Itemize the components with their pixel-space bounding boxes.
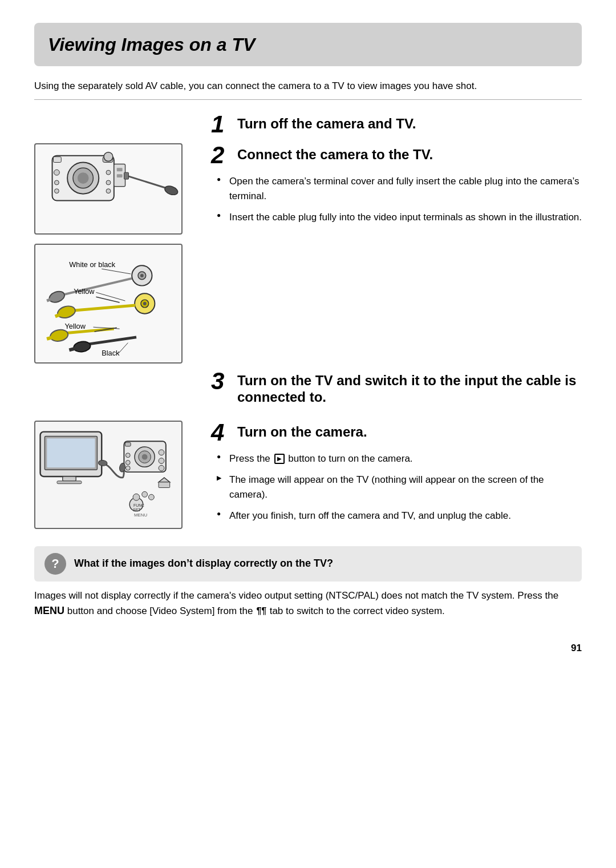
svg-point-17: [106, 180, 111, 185]
svg-rect-7: [117, 175, 123, 178]
svg-rect-6: [117, 168, 123, 172]
step-2-section: White or black Yellow Yellow Black 2 Con…: [34, 143, 582, 364]
step-1-section: 1 Turn off the camera and TV.: [34, 112, 582, 143]
svg-point-62: [159, 450, 164, 455]
step-4-right: 4 Turn on the camera. Press the ▶ button…: [211, 421, 582, 530]
settings-icon: ¶¶: [256, 604, 266, 619]
svg-point-74: [148, 494, 154, 500]
step-4-bullet-3: After you finish, turn off the camera an…: [217, 508, 582, 523]
step-2-bullet-1: Open the camera’s terminal cover and ful…: [217, 174, 582, 203]
step-1-number: 1: [211, 112, 233, 136]
step-2-bullet-2: Insert the cable plug fully into the vid…: [217, 210, 582, 225]
faq-body: Images will not display correctly if the…: [34, 588, 582, 619]
connectors-illustration: White or black Yellow Yellow Black: [35, 245, 181, 362]
svg-text:Yellow: Yellow: [64, 322, 86, 330]
svg-rect-58: [125, 442, 131, 446]
svg-text:MENU: MENU: [134, 512, 147, 518]
section-divider: [34, 99, 582, 100]
svg-point-16: [106, 171, 111, 175]
step-2-header: 2 Connect the camera to the TV.: [211, 143, 582, 167]
step-2-title: Connect the camera to the TV.: [237, 143, 433, 163]
svg-text:White or black: White or black: [69, 261, 115, 269]
svg-line-8: [125, 175, 171, 189]
svg-rect-11: [54, 157, 62, 163]
svg-point-22: [140, 274, 144, 277]
step-2-number: 2: [211, 143, 233, 167]
page-number: 91: [34, 641, 582, 656]
step-4-section: FUNC SET MENU 4 Turn on the camera. Pres…: [34, 421, 582, 530]
svg-rect-53: [57, 481, 82, 484]
step-4-bullet-2: The image will appear on the TV (nothing…: [217, 473, 582, 502]
step-1-header: 1 Turn off the camera and TV.: [211, 112, 582, 136]
svg-rect-68: [159, 482, 170, 488]
step-4-left: FUNC SET MENU: [34, 421, 194, 530]
step-4-bullets: Press the ▶ button to turn on the camera…: [211, 451, 582, 523]
svg-point-72: [133, 494, 140, 500]
svg-point-13: [54, 170, 59, 176]
step-4-bullet-1: Press the ▶ button to turn on the camera…: [217, 451, 582, 466]
svg-point-15: [54, 189, 59, 193]
svg-point-59: [125, 453, 130, 458]
step-3-section: 3 Turn on the TV and switch it to the in…: [34, 369, 582, 413]
step-3-title: Turn on the TV and switch it to the inpu…: [237, 369, 582, 406]
svg-rect-52: [63, 477, 76, 481]
faq-box: ? What if the images don’t display corre…: [34, 546, 582, 582]
svg-point-60: [125, 460, 130, 465]
svg-point-73: [142, 491, 148, 497]
svg-point-3: [78, 173, 89, 184]
faq-icon: ?: [44, 553, 66, 575]
step-4-header: 4 Turn on the camera.: [211, 421, 582, 445]
svg-text:FUNC: FUNC: [133, 503, 144, 507]
svg-point-18: [106, 189, 111, 193]
svg-text:Black: Black: [102, 349, 120, 358]
svg-text:SET: SET: [133, 508, 141, 512]
svg-point-63: [159, 458, 164, 464]
step-2-left: White or black Yellow Yellow Black: [34, 143, 194, 364]
svg-point-12: [104, 152, 113, 162]
faq-title: What if the images don’t display correct…: [74, 556, 333, 571]
main-content: 1 Turn off the camera and TV.: [34, 112, 582, 624]
page-number-text: 91: [571, 643, 582, 653]
menu-word: MENU: [34, 605, 64, 616]
svg-text:Yellow: Yellow: [74, 288, 95, 296]
step-3-header: 3 Turn on the TV and switch it to the in…: [211, 369, 582, 406]
intro-text: Using the separately sold AV cable, you …: [34, 79, 582, 94]
svg-point-9: [164, 185, 179, 197]
svg-point-57: [142, 454, 148, 460]
step-2-bullets: Open the camera’s terminal cover and ful…: [211, 174, 582, 225]
svg-point-14: [54, 180, 59, 185]
camera-tv-image: FUNC SET MENU: [34, 421, 183, 529]
page-title: Viewing Images on a TV: [48, 34, 255, 55]
page-title-box: Viewing Images on a TV: [34, 23, 582, 66]
svg-point-64: [159, 465, 164, 471]
camera-cable-image: [34, 143, 183, 235]
svg-point-25: [143, 302, 147, 305]
step-4-number: 4: [211, 421, 233, 445]
step-3-number: 3: [211, 369, 233, 393]
step-2-right: 2 Connect the camera to the TV. Open the…: [211, 143, 582, 364]
svg-rect-10: [124, 173, 129, 180]
svg-rect-51: [47, 438, 95, 467]
play-icon: ▶: [274, 454, 285, 464]
camera-tv-illustration: FUNC SET MENU: [35, 422, 181, 528]
svg-point-61: [125, 466, 130, 470]
step-1-title: Turn off the camera and TV.: [237, 112, 416, 132]
camera-cable-illustration: [35, 144, 181, 235]
step-4-title: Turn on the camera.: [237, 421, 367, 441]
connectors-image: White or black Yellow Yellow Black: [34, 244, 183, 364]
